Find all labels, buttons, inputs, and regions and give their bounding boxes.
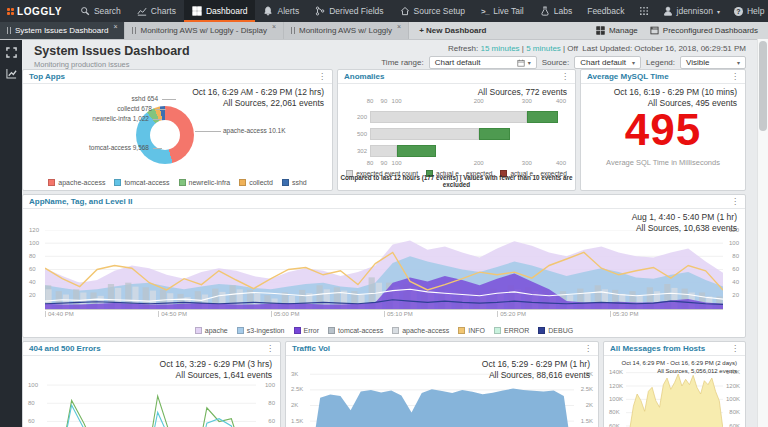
- page-scrollbar[interactable]: [757, 39, 768, 427]
- axis-tick-label: 90: [381, 160, 388, 166]
- panel-average-mysql-time: Average MySQL Time⋮ Oct 16, 6:19 - 6:29 …: [580, 69, 746, 191]
- y-axis-label: 100: [265, 382, 275, 388]
- tab-close-icon[interactable]: ×: [272, 23, 276, 30]
- nav-item-grid[interactable]: [632, 6, 656, 16]
- nav-item-help[interactable]: ?Help: [727, 6, 768, 16]
- legend-item-s3-ingestion[interactable]: s3-ingestion: [237, 327, 285, 334]
- refresh-option-off[interactable]: Off: [567, 44, 578, 53]
- y-axis-label: 40: [29, 279, 36, 285]
- nav-item-feedback[interactable]: Feedback: [580, 6, 631, 16]
- y-axis-label: 100K: [726, 396, 740, 402]
- legend-item-error[interactable]: Error: [294, 327, 320, 334]
- y-axis-label: 80: [29, 253, 36, 259]
- live-tail-icon: >_: [481, 7, 489, 16]
- edit-dashboard-icon[interactable]: [6, 68, 17, 79]
- legend-item-collectd[interactable]: collectd: [239, 179, 273, 186]
- legend-value: Visible: [686, 58, 709, 67]
- scrollbar-thumb[interactable]: [759, 41, 767, 131]
- nav-item-label: Charts: [151, 6, 176, 16]
- left-toolbar: [0, 40, 22, 427]
- nav-item-derived-fields[interactable]: Derived Fields: [307, 0, 391, 22]
- legend-item-apache-access[interactable]: apache-access: [392, 327, 449, 334]
- kebab-menu-icon[interactable]: ⋮: [266, 344, 274, 353]
- last-updated: Last Updated: October 16, 2018, 06:29:51…: [578, 44, 746, 53]
- panel-title: Average MySQL Time: [587, 72, 669, 81]
- tab-close-icon[interactable]: ×: [113, 23, 117, 30]
- axis-tick-label: 400: [556, 98, 566, 104]
- nav-item-jdennison[interactable]: jdennison▾: [656, 6, 727, 16]
- legend-item-sshd[interactable]: sshd: [282, 179, 307, 186]
- nav-item-labs[interactable]: Labs: [532, 0, 580, 22]
- nav-item-search[interactable]: Search: [72, 0, 129, 22]
- nav-item-alerts[interactable]: Alerts: [255, 0, 307, 22]
- legend-item-info[interactable]: INFO: [458, 327, 485, 334]
- dashboard-tab-system-issues-dashboard[interactable]: System Issues Dashboard×: [0, 22, 125, 39]
- kebab-menu-icon[interactable]: ⋮: [731, 197, 739, 206]
- nav-item-source-setup[interactable]: Source Setup: [392, 0, 474, 22]
- loggly-logo[interactable]: LOGGLY: [0, 0, 72, 22]
- x-axis-label: 05:00 PM: [271, 311, 300, 317]
- y-axis-label: 1.5K: [581, 418, 593, 424]
- preconfigured-dashboards-button[interactable]: Preconfigured Dashboards: [650, 26, 758, 35]
- legend-item-apache-access[interactable]: apache-access: [48, 179, 105, 186]
- y-axis-label: 120: [29, 227, 39, 233]
- y-axis-label: 80: [732, 253, 739, 259]
- slice-label-sshd: sshd 654: [132, 95, 158, 102]
- y-axis-label: 60: [28, 418, 35, 424]
- legend-item-debug[interactable]: DEBUG: [538, 327, 573, 334]
- page-subtitle: Monitoring production issues: [34, 60, 190, 69]
- refresh-option-15-minutes[interactable]: 15 minutes: [480, 44, 519, 53]
- tab-close-icon[interactable]: ×: [397, 23, 401, 30]
- nav-item-live-tail[interactable]: >_Live Tail: [473, 0, 532, 22]
- source-value: Chart default: [580, 58, 626, 67]
- legend-item-newrelic-infra[interactable]: newrelic-infra: [179, 179, 231, 186]
- appname-area-chart[interactable]: [45, 230, 723, 310]
- legend-item-error[interactable]: ERROR: [494, 327, 529, 334]
- y-axis-label: 2K: [291, 402, 298, 408]
- legend-item-tomcat-access[interactable]: tomcat-access: [328, 327, 383, 334]
- kebab-menu-icon[interactable]: ⋮: [731, 72, 739, 81]
- kebab-menu-icon[interactable]: ⋮: [561, 72, 569, 81]
- axis-tick-label: 400: [556, 160, 566, 166]
- kebab-menu-icon[interactable]: ⋮: [318, 72, 326, 81]
- time-range-select[interactable]: Chart default ▾: [429, 56, 537, 69]
- y-axis-label: 20: [732, 292, 739, 298]
- panel-title: Anomalies: [344, 72, 384, 81]
- x-axis-labels: 04:40 PM04:50 PM05:00 PM05:10 PM05:20 PM…: [45, 311, 723, 321]
- anomaly-row-302[interactable]: 302: [370, 145, 561, 157]
- chevron-down-icon: ▾: [632, 59, 635, 66]
- page-title: System Issues Dashboard: [34, 44, 190, 58]
- fullscreen-icon[interactable]: [6, 47, 17, 58]
- drag-handle-icon: [291, 27, 295, 34]
- axis-tick-label: 100: [392, 160, 402, 166]
- drag-handle-icon: [7, 27, 11, 34]
- y-axis-label: 80: [268, 400, 275, 406]
- legend-item-tomcat-access[interactable]: tomcat-access: [114, 179, 169, 186]
- slice-label-apache: apache-access 10.1K: [223, 127, 286, 134]
- legend-item-apache[interactable]: apache: [195, 327, 228, 334]
- panel-404-500-errors: 404 and 500 Errors⋮ Oct 16, 3:29 - 6:29 …: [22, 341, 281, 427]
- source-select[interactable]: Chart default ▾: [574, 56, 641, 69]
- anomaly-row-500[interactable]: 500: [370, 128, 561, 140]
- x-axis-label: 04:40 PM: [45, 311, 74, 317]
- chart-subtitle: Oct 16, 6:29 AM - 6:29 PM (12 hrs) All S…: [192, 87, 324, 110]
- dashboard-tab-monitoring-aws-w-loggly[interactable]: Monitoring AWS w/ Loggly×: [284, 22, 409, 39]
- manage-button[interactable]: Manage: [596, 26, 638, 35]
- legend-select[interactable]: Visible ▾: [680, 56, 746, 69]
- dashboard-tab-monitoring-aws-w-loggly-display[interactable]: Monitoring AWS w/ Loggly - Display×: [125, 22, 284, 39]
- manage-label: Manage: [609, 26, 638, 35]
- refresh-option-5-minutes[interactable]: 5 minutes: [526, 44, 561, 53]
- nav-item-charts[interactable]: Charts: [129, 0, 184, 22]
- panel-title: Traffic Vol: [292, 344, 330, 353]
- y-axis-label: 80K: [609, 409, 620, 415]
- loggly-logo-icon: [7, 8, 14, 15]
- labs-icon: [540, 6, 550, 16]
- nav-item-dashboard[interactable]: Dashboard: [184, 0, 256, 22]
- y-axis-label: 1.5K: [291, 418, 303, 424]
- anomaly-row-200[interactable]: 200: [370, 111, 561, 123]
- errors-line-chart[interactable]: [47, 376, 256, 427]
- anomalies-bar-chart[interactable]: 8090100200300400200500302809010020030040…: [370, 98, 561, 168]
- new-dashboard-button[interactable]: + New Dashboard: [409, 22, 496, 39]
- kebab-menu-icon[interactable]: ⋮: [584, 344, 592, 353]
- kebab-menu-icon[interactable]: ⋮: [731, 344, 739, 353]
